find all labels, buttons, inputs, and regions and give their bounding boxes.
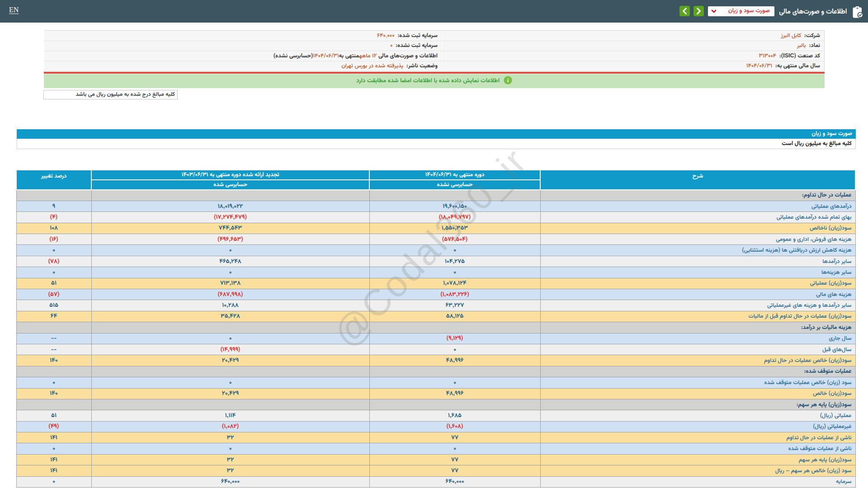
svg-text:i: i xyxy=(507,77,509,84)
